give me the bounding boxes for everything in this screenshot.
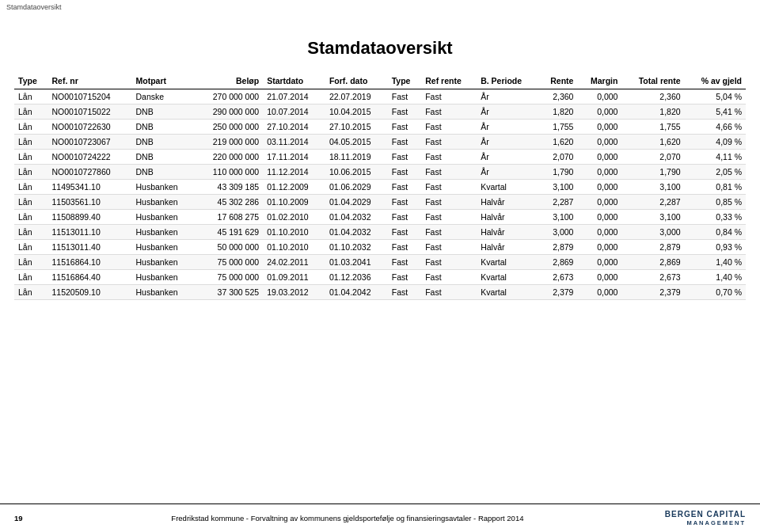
cell-belop: 250 000 000 [195,120,263,135]
cell-total_rente: 3,000 [621,225,684,240]
cell-total_rente: 1,755 [621,120,684,135]
cell-type2: Fast [388,240,421,255]
cell-forf_dato: 01.04.2032 [325,225,388,240]
cell-forf_dato: 10.06.2015 [325,165,388,180]
cell-ref_rente: Fast [421,195,477,210]
cell-forf_dato: 10.04.2015 [325,104,388,120]
cell-rente: 3,100 [538,180,577,195]
cell-type2: Fast [388,270,421,285]
table-row: Lån11495341.10Husbanken43 309 18501.12.2… [14,180,746,195]
cell-total_rente: 2,879 [621,240,684,255]
cell-startdato: 10.07.2014 [263,104,325,120]
cell-b_periode: År [477,150,538,165]
cell-motpart: Husbanken [131,240,195,255]
cell-ref_rente: Fast [421,270,477,285]
cell-startdato: 01.10.2010 [263,240,325,255]
cell-startdato: 27.10.2014 [263,120,325,135]
cell-total_rente: 3,100 [621,180,684,195]
cell-type2: Fast [388,195,421,210]
cell-motpart: DNB [131,104,195,120]
cell-b_periode: År [477,120,538,135]
cell-margin: 0,000 [577,180,621,195]
cell-type2: Fast [388,120,421,135]
cell-margin: 0,000 [577,270,621,285]
cell-motpart: DNB [131,135,195,150]
cell-pct_av_gjeld: 5,41 % [685,104,746,120]
cell-motpart: Husbanken [131,210,195,225]
cell-type: Lån [14,210,48,225]
cell-type2: Fast [388,180,421,195]
cell-belop: 17 608 275 [195,210,263,225]
table-row: LånNO0010727860DNB110 000 00011.12.20141… [14,165,746,180]
table-row: LånNO0010722630DNB250 000 00027.10.20142… [14,120,746,135]
cell-total_rente: 2,869 [621,255,684,270]
cell-rente: 1,790 [538,165,577,180]
cell-motpart: Husbanken [131,270,195,285]
cell-forf_dato: 01.04.2042 [325,285,388,300]
cell-b_periode: Kvartal [477,180,538,195]
cell-ref_nr: 11516864.10 [48,255,131,270]
cell-rente: 2,673 [538,270,577,285]
main-table-wrapper: Type Ref. nr Motpart Beløp Startdato For… [0,73,760,300]
col-b-periode: B. Periode [477,73,538,89]
cell-pct_av_gjeld: 4,09 % [685,135,746,150]
cell-total_rente: 3,100 [621,210,684,225]
cell-rente: 2,869 [538,255,577,270]
cell-forf_dato: 01.12.2036 [325,270,388,285]
cell-ref_rente: Fast [421,165,477,180]
table-header-row: Type Ref. nr Motpart Beløp Startdato For… [14,73,746,89]
cell-margin: 0,000 [577,210,621,225]
cell-total_rente: 2,360 [621,89,684,104]
table-row: LånNO0010715022DNB290 000 00010.07.20141… [14,104,746,120]
cell-type: Lån [14,240,48,255]
cell-rente: 2,379 [538,285,577,300]
col-ref-rente: Ref rente [421,73,477,89]
cell-type2: Fast [388,285,421,300]
cell-pct_av_gjeld: 1,40 % [685,255,746,270]
col-pct-av-gjeld: % av gjeld [685,73,746,89]
cell-type: Lån [14,120,48,135]
cell-pct_av_gjeld: 4,11 % [685,150,746,165]
cell-type2: Fast [388,225,421,240]
cell-ref_nr: 11516864.40 [48,270,131,285]
cell-total_rente: 1,820 [621,104,684,120]
cell-ref_rente: Fast [421,120,477,135]
col-motpart: Motpart [131,73,195,89]
cell-margin: 0,000 [577,150,621,165]
cell-startdato: 11.12.2014 [263,165,325,180]
cell-rente: 2,287 [538,195,577,210]
cell-startdato: 21.07.2014 [263,89,325,104]
cell-startdato: 01.10.2010 [263,225,325,240]
cell-motpart: Husbanken [131,285,195,300]
cell-b_periode: År [477,165,538,180]
cell-type2: Fast [388,135,421,150]
cell-pct_av_gjeld: 0,84 % [685,225,746,240]
cell-b_periode: År [477,135,538,150]
cell-startdato: 17.11.2014 [263,150,325,165]
cell-belop: 75 000 000 [195,255,263,270]
page-title: Stamdataoversikt [0,14,760,73]
col-type2: Type [388,73,421,89]
table-row: Lån11508899.40Husbanken17 608 27501.02.2… [14,210,746,225]
cell-type: Lån [14,285,48,300]
footer-logo: BERGEN CAPITAL MANAGEMENT [665,509,746,527]
cell-ref_rente: Fast [421,285,477,300]
logo-sub-text: MANAGEMENT [665,519,746,527]
cell-startdato: 03.11.2014 [263,135,325,150]
cell-forf_dato: 01.03.2041 [325,255,388,270]
cell-rente: 1,620 [538,135,577,150]
cell-belop: 45 302 286 [195,195,263,210]
cell-belop: 270 000 000 [195,89,263,104]
cell-type2: Fast [388,255,421,270]
cell-total_rente: 1,620 [621,135,684,150]
cell-forf_dato: 22.07.2019 [325,89,388,104]
footer-page-number: 19 [14,514,30,522]
cell-belop: 110 000 000 [195,165,263,180]
cell-type: Lån [14,255,48,270]
cell-total_rente: 2,287 [621,195,684,210]
cell-motpart: DNB [131,165,195,180]
cell-belop: 219 000 000 [195,135,263,150]
col-total-rente: Total rente [621,73,684,89]
cell-margin: 0,000 [577,285,621,300]
cell-forf_dato: 04.05.2015 [325,135,388,150]
